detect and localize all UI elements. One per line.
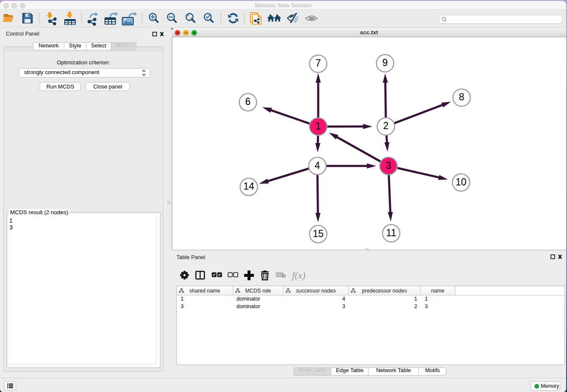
svg-text:4: 4 — [315, 160, 320, 171]
svg-text:14: 14 — [243, 181, 254, 192]
svg-text:8: 8 — [459, 91, 465, 102]
svg-text:f(x): f(x) — [292, 270, 306, 281]
svg-text:6: 6 — [245, 96, 251, 107]
svg-text:7: 7 — [316, 58, 321, 69]
svg-text:3: 3 — [386, 160, 391, 171]
svg-text:10: 10 — [456, 177, 467, 188]
svg-text:15: 15 — [313, 228, 324, 239]
svg-text:1: 1 — [316, 121, 321, 132]
svg-text:11: 11 — [386, 227, 396, 238]
svg-text:9: 9 — [383, 57, 388, 68]
svg-text:2: 2 — [383, 120, 389, 131]
